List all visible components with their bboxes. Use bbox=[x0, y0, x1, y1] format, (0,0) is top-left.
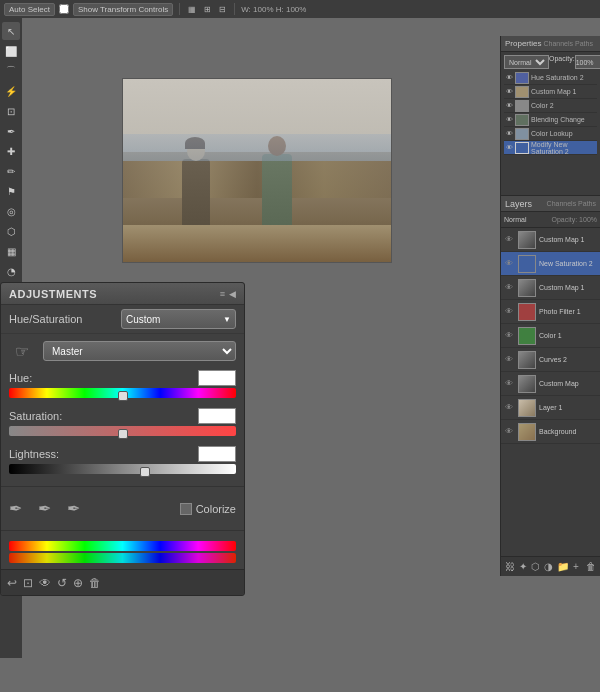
transform-btn[interactable]: Show Transform Controls bbox=[73, 3, 173, 16]
mode-select-wrapper: Custom ▼ bbox=[121, 309, 236, 329]
eraser-tool[interactable]: ⬡ bbox=[2, 222, 20, 240]
heal-tool[interactable]: ✚ bbox=[2, 142, 20, 160]
delete-adj-icon[interactable]: 🗑 bbox=[89, 576, 101, 590]
hue-label: Hue: bbox=[9, 372, 32, 384]
layers-panel-header: Layers Channels Paths bbox=[501, 196, 600, 212]
rocks bbox=[123, 161, 391, 198]
marquee-tool[interactable]: ⬜ bbox=[2, 42, 20, 60]
add-mask-btn[interactable]: ⬡ bbox=[531, 561, 540, 572]
layer-name-3: Custom Map 1 bbox=[539, 284, 585, 291]
eyedropper-3-icon[interactable]: ✒ bbox=[67, 499, 80, 518]
colorize-label: Colorize bbox=[196, 503, 236, 515]
mini-thumb-2 bbox=[515, 86, 529, 98]
eyedropper-tool[interactable]: ✒ bbox=[2, 122, 20, 140]
channel-select[interactable]: Master bbox=[43, 341, 236, 361]
saturation-label-row: Saturation: 0 bbox=[9, 408, 236, 424]
layer-item-2[interactable]: 👁 New Saturation 2 bbox=[501, 252, 600, 276]
eye-icon-7: 👁 bbox=[505, 379, 513, 388]
mini-layer-4[interactable]: 👁 Blending Change bbox=[504, 113, 597, 127]
photo-canvas bbox=[122, 78, 392, 263]
layer-name-1: Custom Map 1 bbox=[539, 236, 585, 243]
panel-menu-icon[interactable]: ≡ bbox=[220, 289, 225, 299]
opacity-input[interactable] bbox=[575, 55, 600, 69]
layer-item-3[interactable]: 👁 Custom Map 1 bbox=[501, 276, 600, 300]
delete-layer-btn[interactable]: 🗑 bbox=[586, 561, 596, 572]
hue-thumb[interactable] bbox=[118, 391, 128, 401]
auto-select-btn[interactable]: Auto Select bbox=[4, 3, 55, 16]
saturation-track bbox=[9, 426, 236, 436]
stamp-tool[interactable]: ⚑ bbox=[2, 182, 20, 200]
mini-layer-1[interactable]: 👁 Hue Saturation 2 bbox=[504, 71, 597, 85]
eyedropper-2-icon[interactable]: ✒ bbox=[38, 499, 51, 518]
eye-icon-8: 👁 bbox=[505, 403, 513, 412]
wand-tool[interactable]: ⚡ bbox=[2, 82, 20, 100]
lightness-slider-row: Lightness: +5 bbox=[1, 444, 244, 482]
photo-scene bbox=[123, 79, 391, 262]
lightness-thumb[interactable] bbox=[140, 467, 150, 477]
layer-item-9[interactable]: 👁 Background bbox=[501, 420, 600, 444]
reset-icon[interactable]: ⊕ bbox=[73, 576, 83, 590]
layers-bottom-bar: ⛓ ✦ ⬡ ◑ 📁 + 🗑 bbox=[501, 556, 600, 576]
toolbar-icon-2: ⊞ bbox=[202, 4, 213, 15]
link-layers-btn[interactable]: ⛓ bbox=[505, 561, 515, 572]
move-tool[interactable]: ↖ bbox=[2, 22, 20, 40]
divider-2 bbox=[1, 530, 244, 531]
mini-layer-5[interactable]: 👁 Color Lookup bbox=[504, 127, 597, 141]
lightness-value-input[interactable]: +5 bbox=[198, 446, 236, 462]
history-tool[interactable]: ◎ bbox=[2, 202, 20, 220]
add-folder-btn[interactable]: 📁 bbox=[557, 561, 569, 572]
saturation-value-input[interactable]: 0 bbox=[198, 408, 236, 424]
lightness-label: Lightness: bbox=[9, 448, 59, 460]
layer-name-8: Layer 1 bbox=[539, 404, 562, 411]
eyedropper-tools-row: ✒ ✒ ✒ Colorize bbox=[1, 491, 244, 526]
layer-item-6[interactable]: 👁 Curves 2 bbox=[501, 348, 600, 372]
gradient-tool[interactable]: ▦ bbox=[2, 242, 20, 260]
add-adjustment-btn[interactable]: ◑ bbox=[544, 561, 553, 572]
layer-thumb-3 bbox=[518, 279, 536, 297]
mode-label: Hue/Saturation bbox=[9, 313, 82, 325]
mini-layer-2[interactable]: 👁 Custom Map 1 bbox=[504, 85, 597, 99]
crop-tool[interactable]: ⊡ bbox=[2, 102, 20, 120]
return-icon[interactable]: ↩ bbox=[7, 576, 17, 590]
properties-header: Properties Channels Paths bbox=[501, 36, 600, 52]
eyedropper-1-icon[interactable]: ✒ bbox=[9, 499, 22, 518]
mode-select[interactable]: Custom ▼ bbox=[121, 309, 236, 329]
layer-item-4[interactable]: 👁 Photo Filter 1 bbox=[501, 300, 600, 324]
mini-layer-6[interactable]: 👁 Modify New Saturation 2 bbox=[504, 141, 597, 155]
panel-collapse-icon[interactable]: ◀ bbox=[229, 289, 236, 299]
adjustments-panel: ADJUSTMENTS ≡ ◀ Hue/Saturation Custom ▼ … bbox=[0, 282, 245, 596]
prev-state-icon[interactable]: ↺ bbox=[57, 576, 67, 590]
auto-select-checkbox[interactable] bbox=[59, 4, 69, 14]
layer-thumb-6 bbox=[518, 351, 536, 369]
spectrum-bar-original bbox=[9, 541, 236, 551]
lasso-tool[interactable]: ⌒ bbox=[2, 62, 20, 80]
toolbar-divider-2 bbox=[234, 3, 235, 15]
layer-name-6: Curves 2 bbox=[539, 356, 567, 363]
sand bbox=[123, 225, 391, 262]
layer-name-5: Color 1 bbox=[539, 332, 562, 339]
mini-eye-4: 👁 bbox=[506, 116, 513, 123]
ocean bbox=[123, 134, 391, 161]
mini-eye-3: 👁 bbox=[506, 102, 513, 109]
add-layer-btn[interactable]: + bbox=[573, 561, 579, 572]
eye-bottom-icon[interactable]: 👁 bbox=[39, 576, 51, 590]
blend-mode-select[interactable]: Normal bbox=[504, 55, 549, 69]
mini-layer-3[interactable]: 👁 Color 2 bbox=[504, 99, 597, 113]
colorize-checkbox[interactable] bbox=[180, 503, 192, 515]
saturation-thumb[interactable] bbox=[118, 429, 128, 439]
mini-thumb-5 bbox=[515, 128, 529, 140]
add-style-btn[interactable]: ✦ bbox=[519, 561, 527, 572]
layer-thumb-9 bbox=[518, 423, 536, 441]
mode-select-arrow: ▼ bbox=[223, 315, 231, 324]
hue-value-input[interactable]: 0 bbox=[198, 370, 236, 386]
mini-thumb-4 bbox=[515, 114, 529, 126]
blur-tool[interactable]: ◔ bbox=[2, 262, 20, 280]
layer-item-7[interactable]: 👁 Custom Map bbox=[501, 372, 600, 396]
layer-item-8[interactable]: 👁 Layer 1 bbox=[501, 396, 600, 420]
clip-icon[interactable]: ⊡ bbox=[23, 576, 33, 590]
toolbar-divider bbox=[179, 3, 180, 15]
eye-icon-1: 👁 bbox=[505, 235, 513, 244]
layer-item-5[interactable]: 👁 Color 1 bbox=[501, 324, 600, 348]
layer-item-1[interactable]: 👁 Custom Map 1 bbox=[501, 228, 600, 252]
brush-tool[interactable]: ✏ bbox=[2, 162, 20, 180]
